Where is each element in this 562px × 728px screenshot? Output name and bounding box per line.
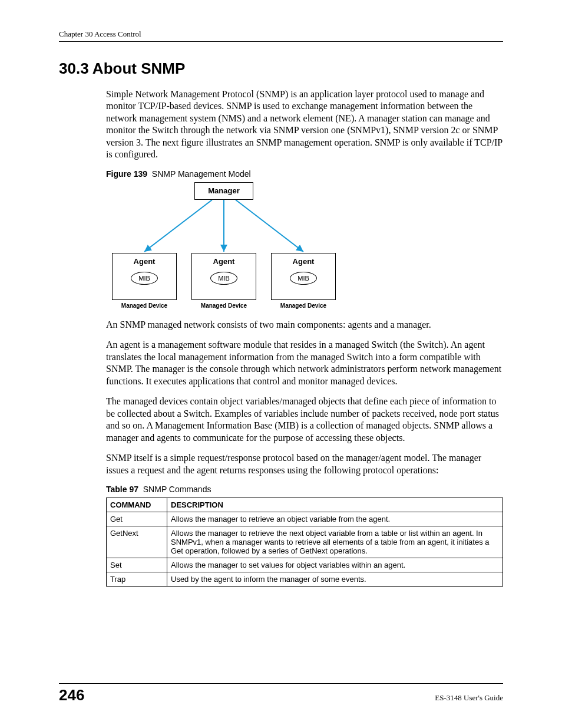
guide-title: ES-3148 User's Guide <box>435 693 503 703</box>
table-cell: Allows the manager to retrieve the next … <box>167 526 503 558</box>
paragraph: An SNMP managed network consists of two … <box>106 319 503 331</box>
table-cell: GetNext <box>107 526 167 558</box>
footer-row: 246 ES-3148 User's Guide <box>59 686 503 704</box>
table-cell: Used by the agent to inform the manager … <box>167 572 503 586</box>
paragraph: Simple Network Management Protocol (SNMP… <box>106 88 503 161</box>
figure-title: SNMP Management Model <box>152 169 251 179</box>
table-row: Get Allows the manager to retrieve an ob… <box>107 512 503 526</box>
page-footer: 246 ES-3148 User's Guide <box>59 683 503 704</box>
diagram-agent-label: Agent <box>275 257 332 266</box>
footer-rule <box>59 683 503 684</box>
table-caption: Table 97 SNMP Commands <box>106 485 503 494</box>
diagram-agent-label: Agent <box>116 257 173 266</box>
diagram-managed-device-label: Managed Device <box>191 302 256 309</box>
table-cell: Get <box>107 512 167 526</box>
table-row: Set Allows the manager to set values for… <box>107 558 503 572</box>
section-heading: 30.3 About SNMP <box>59 60 503 78</box>
running-header: Chapter 30 Access Control <box>59 29 503 39</box>
diagram-manager-box: Manager <box>194 182 253 200</box>
snmp-commands-table: COMMAND DESCRIPTION Get Allows the manag… <box>106 498 503 587</box>
table-cell: Trap <box>107 572 167 586</box>
diagram-mib-label: MIB <box>210 272 237 285</box>
body-content: Simple Network Management Protocol (SNMP… <box>106 88 503 587</box>
table-cell: Allows the manager to set values for obj… <box>167 558 503 572</box>
diagram-mib-label: MIB <box>290 272 317 285</box>
table-header-cell: COMMAND <box>107 498 167 512</box>
diagram-mib-label: MIB <box>131 272 158 285</box>
table-header-row: COMMAND DESCRIPTION <box>107 498 503 512</box>
diagram-device-box: Agent MIB <box>191 253 256 300</box>
table-cell: Allows the manager to retrieve an object… <box>167 512 503 526</box>
diagram-managed-device-label: Managed Device <box>271 302 336 309</box>
diagram-device-box: Agent MIB <box>271 253 336 300</box>
table-header-cell: DESCRIPTION <box>167 498 503 512</box>
diagram-agent-label: Agent <box>196 257 252 266</box>
table-cell: Set <box>107 558 167 572</box>
paragraph: SNMP itself is a simple request/response… <box>106 452 503 476</box>
snmp-diagram: Manager Agent MIB Agent MIB Agent MIB Ma… <box>106 182 342 312</box>
figure-caption: Figure 139 SNMP Management Model <box>106 169 503 179</box>
table-label: Table 97 <box>106 485 138 494</box>
paragraph: An agent is a management software module… <box>106 339 503 387</box>
svg-line-0 <box>144 200 212 252</box>
document-page: Chapter 30 Access Control 30.3 About SNM… <box>0 0 562 728</box>
header-rule <box>59 41 503 42</box>
table-row: Trap Used by the agent to inform the man… <box>107 572 503 586</box>
figure-label: Figure 139 <box>106 169 147 179</box>
paragraph: The managed devices contain object varia… <box>106 396 503 444</box>
table-title: SNMP Commands <box>143 485 211 494</box>
diagram-device-box: Agent MIB <box>112 253 177 300</box>
table-row: GetNext Allows the manager to retrieve t… <box>107 526 503 558</box>
page-number: 246 <box>59 686 84 704</box>
diagram-managed-device-label: Managed Device <box>112 302 177 309</box>
svg-line-2 <box>236 200 303 252</box>
